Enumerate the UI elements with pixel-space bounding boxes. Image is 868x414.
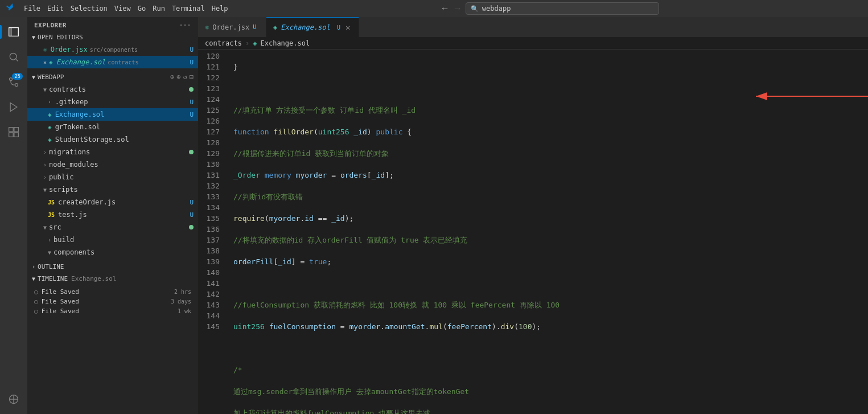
createorder-js-file[interactable]: JS createOrder.js U [27,196,198,208]
tab-exchange-sol-close[interactable]: ✕ [344,22,352,32]
menu-selection[interactable]: Selection [71,5,108,13]
code-line-124: //根据传进来的订单id 获取到当前订单的对象 [233,148,868,159]
menu-file[interactable]: File [24,5,40,13]
timeline-item-1[interactable]: ○ File Saved 2 hrs [27,287,198,297]
remote-activity-icon[interactable] [3,389,24,409]
grtoken-sol-file[interactable]: ◈ grToken.sol [27,121,198,133]
search-icon: 🔍 [471,5,479,13]
migrations-dot [189,150,194,154]
code-editor[interactable]: 120 121 122 123 124 125 126 127 128 129 … [198,50,868,414]
contracts-label: contracts [49,85,86,93]
open-editors-header[interactable]: ▼ OPEN EDITORS [27,31,198,43]
createorder-js-modified: U [190,199,194,206]
explorer-header: EXPLORER ··· [27,17,198,31]
run-debug-activity-icon[interactable] [3,97,24,117]
gitkeep-file[interactable]: · .gitkeep U [27,96,198,108]
refresh-icon[interactable]: ↺ [183,73,187,81]
command-search[interactable]: 🔍 webdapp [466,2,659,15]
public-folder[interactable]: › public [27,171,198,183]
createorder-js-label: createOrder.js [58,198,116,206]
studentstorage-sol-icon: ◈ [48,136,52,144]
exchange-sol-file[interactable]: ◈ Exchange.sol U [27,108,198,121]
editor-area: ⚛ Order.jsx U ◈ Exchange.sol U ✕ contrac… [198,17,868,414]
gitkeep-label: .gitkeep [55,98,88,106]
src-folder[interactable]: ▼ src [27,221,198,233]
tab-exchange-sol-icon: ◈ [273,23,277,31]
timeline-icon-3: ○ [34,308,38,315]
timeline-icon-2: ○ [34,298,38,305]
open-editor-order-modified: U [190,46,194,54]
open-editor-exchange-modified: U [190,59,194,66]
svg-rect-7 [9,133,14,137]
breadcrumb-sol-icon: ◈ [253,39,257,47]
test-js-modified: U [190,211,194,219]
breadcrumb: contracts › ◈ Exchange.sol [198,37,868,50]
menu-view[interactable]: View [114,5,131,13]
studentstorage-sol-file[interactable]: ◈ StudentStorage.sol [27,133,198,146]
scripts-folder[interactable]: ▼ scripts [27,183,198,196]
extensions-activity-icon[interactable] [3,122,24,142]
menu-edit[interactable]: Edit [47,5,64,13]
exchange-sol-icon: ◈ [48,111,52,118]
build-label: build [54,236,74,244]
contracts-chevron: ▼ [43,87,47,93]
webdapp-header[interactable]: ▼ WEBDAPP ⊕ ⊕ ↺ ⊟ [27,71,198,83]
scripts-label: scripts [49,186,78,194]
code-line-126: //判断id有没有取错 [233,191,868,202]
migrations-chevron: › [43,149,47,155]
line-numbers: 120 121 122 123 124 125 126 127 128 129 … [198,50,227,414]
explorer-title: EXPLORER [34,22,67,29]
menu-go[interactable]: Go [138,5,146,13]
webdapp-label: WEBDAPP [38,73,64,81]
open-editor-exchange-label: Exchange.sol [56,58,106,66]
contracts-folder[interactable]: ▼ contracts [27,83,198,96]
menu-terminal[interactable]: Terminal [172,5,205,13]
open-editor-exchange-sol[interactable]: ✕ ◈ Exchange.sol contracts U [27,56,198,68]
open-editor-order-jsx[interactable]: ⚛ Order.jsx src/components U [27,43,198,56]
node-modules-label: node_modules [49,161,98,169]
tab-order-jsx[interactable]: ⚛ Order.jsx U [198,17,266,37]
new-file-icon[interactable]: ⊕ [170,73,174,81]
timeline-item-3[interactable]: ○ File Saved 1 wk [27,306,198,316]
outline-header[interactable]: › OUTLINE [27,261,198,273]
test-js-file[interactable]: JS test.js U [27,208,198,221]
migrations-folder[interactable]: › migrations [27,146,198,158]
gitkeep-modified: U [190,99,194,106]
svg-line-1 [15,59,18,62]
sol-file-icon: ◈ [49,59,53,66]
migrations-label: migrations [49,148,90,156]
explorer-actions[interactable]: ··· [179,22,191,29]
code-line-129: orderFill[_id] = true; [233,256,868,267]
nav-back-button[interactable]: ← [441,3,450,14]
open-editor-order-path: src/components [90,47,138,53]
grtoken-sol-label: grToken.sol [55,123,100,131]
new-folder-icon[interactable]: ⊕ [176,73,180,81]
gitkeep-icon: · [48,99,52,106]
close-icon[interactable]: ✕ [43,59,47,65]
breadcrumb-exchange-sol[interactable]: Exchange.sol [261,39,310,47]
code-content[interactable]: } //填充订单 方法接受一个参数 订单id 代理名叫 _id function… [227,50,868,414]
tab-exchange-sol[interactable]: ◈ Exchange.sol U ✕ [266,17,359,37]
svg-point-3 [15,84,18,87]
timeline-item-2[interactable]: ○ File Saved 3 days [27,297,198,306]
timeline-icon-1: ○ [34,288,38,296]
more-actions-icon[interactable]: ··· [179,22,191,29]
code-line-136: 加上我们计算出的燃料fuelConsumption 也要从这里去减 [233,408,868,414]
explorer-activity-icon[interactable] [3,22,24,42]
node-modules-folder[interactable]: › node_modules [27,158,198,171]
breadcrumb-contracts[interactable]: contracts [205,39,242,47]
menu-help[interactable]: Help [212,5,228,13]
node-modules-chevron: › [43,162,47,168]
code-line-130 [233,278,868,289]
timeline-header[interactable]: ▼ TIMELINE Exchange.sol [27,273,198,285]
search-activity-icon[interactable] [3,47,24,67]
collapse-icon[interactable]: ⊟ [190,73,194,81]
open-editors-chevron: ▼ [32,34,35,40]
build-folder[interactable]: › build [27,233,198,246]
components-folder[interactable]: ▼ components [27,246,198,259]
menu-run[interactable]: Run [153,5,165,13]
nav-forward-button[interactable]: → [453,3,462,14]
studentstorage-sol-label: StudentStorage.sol [55,136,129,144]
source-control-activity-icon[interactable]: 25 [3,72,24,92]
src-chevron: ▼ [43,224,47,231]
